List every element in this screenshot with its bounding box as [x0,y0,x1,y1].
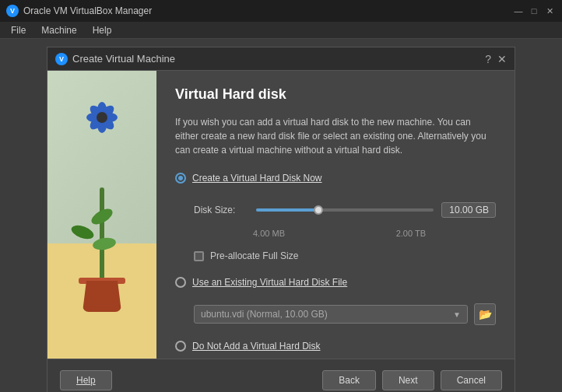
cancel-button[interactable]: Cancel [441,370,502,390]
app-logo: V [6,5,19,17]
dialog-help-button[interactable]: ? [485,53,491,65]
dialog-title: Create Virtual Machine [72,53,175,65]
existing-disk-dropdown[interactable]: ubuntu.vdi (Normal, 10.00 GB) ▼ [194,305,468,324]
maximize-button[interactable]: □ [528,5,540,17]
disk-size-slider[interactable] [256,203,434,217]
radio-create-new[interactable] [175,173,186,184]
preallocate-checkbox[interactable] [194,251,204,261]
section-title: Virtual Hard disk [175,86,496,103]
preallocate-row: Pre-allocate Full Size [194,250,496,261]
dropdown-arrow-icon: ▼ [453,310,461,319]
back-button[interactable]: Back [322,370,376,390]
dialog-footer: Help Back Next Cancel [47,359,515,392]
menu-file[interactable]: File [3,23,33,37]
slider-labels: 4.00 MB 2.00 TB [194,229,496,238]
disk-size-row: Disk Size: 10.00 GB [194,202,496,218]
option-use-existing-label: Use an Existing Virtual Hard Disk File [192,277,347,288]
slider-min-label: 4.00 MB [253,229,285,238]
pot [83,281,121,312]
disk-size-label: Disk Size: [194,205,248,215]
dialog: V Create Virtual Machine ? ✕ [47,47,515,392]
slider-track [256,208,434,212]
disk-size-value[interactable]: 10.00 GB [441,202,496,218]
app-title: Oracle VM VirtualBox Manager [23,5,152,16]
dropdown-value: ubuntu.vdi (Normal, 10.00 GB) [201,309,328,320]
footer-buttons: Back Next Cancel [322,370,502,390]
folder-icon: 📂 [479,308,492,320]
menu-bar: File Machine Help [0,22,562,39]
help-button[interactable]: Help [60,370,112,390]
existing-disk-row: ubuntu.vdi (Normal, 10.00 GB) ▼ 📂 [194,303,496,325]
plant-illustration [47,71,156,359]
dialog-close-button[interactable]: ✕ [497,53,507,65]
browse-disk-button[interactable]: 📂 [474,303,496,325]
right-panel: Virtual Hard disk If you wish you can ad… [156,71,515,359]
option-create-new[interactable]: Create a Virtual Hard Disk Now [175,173,496,184]
next-button[interactable]: Next [382,370,434,390]
window-controls: — □ ✕ [512,5,556,17]
minimize-button[interactable]: — [512,5,525,17]
dialog-body: Virtual Hard disk If you wish you can ad… [47,71,515,359]
dialog-container: V Create Virtual Machine ? ✕ [0,39,562,392]
description: If you wish you can add a virtual hard d… [175,115,496,157]
preallocate-label: Pre-allocate Full Size [210,250,298,261]
slider-max-label: 2.00 TB [396,229,426,238]
dialog-title-controls: ? ✕ [485,53,507,65]
footer-help: Help [60,370,112,390]
menu-machine[interactable]: Machine [33,23,84,37]
radio-no-disk[interactable] [175,341,186,352]
dialog-title-bar: V Create Virtual Machine ? ✕ [47,47,515,71]
illustration-panel [47,71,156,359]
slider-fill [256,208,318,212]
dialog-logo: V [55,53,68,65]
option-create-new-label: Create a Virtual Hard Disk Now [192,173,322,184]
plant-stem [100,187,104,281]
menu-help[interactable]: Help [85,23,120,37]
flower [86,102,118,133]
option-use-existing[interactable]: Use an Existing Virtual Hard Disk File [175,277,496,288]
radio-use-existing[interactable] [175,277,186,288]
option-no-disk-label: Do Not Add a Virtual Hard Disk [192,341,321,352]
option-no-disk[interactable]: Do Not Add a Virtual Hard Disk [175,341,496,352]
close-button[interactable]: ✕ [543,5,556,17]
slider-thumb[interactable] [314,205,323,215]
title-bar: V Oracle VM VirtualBox Manager — □ ✕ [0,0,562,22]
flower-center [97,112,107,123]
